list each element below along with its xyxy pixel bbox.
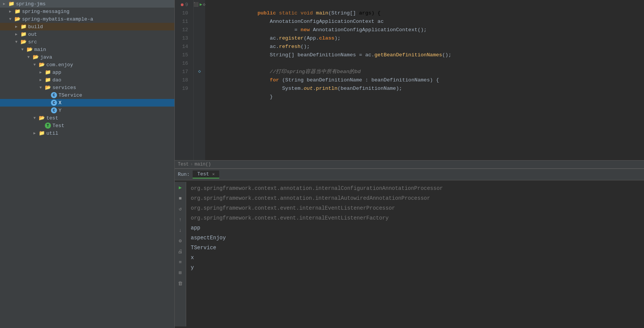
tree-item-test-class[interactable]: T Test <box>0 122 174 129</box>
tree-item-x[interactable]: C X <box>0 99 174 107</box>
run-label: Run: <box>178 172 190 177</box>
folder-icon: 📁 <box>21 24 27 30</box>
tree-label: X <box>59 100 62 106</box>
gutter: ⬛ ▶ ◇ ◇ <box>194 0 205 160</box>
tree-item-com-enjoy[interactable]: 📂 com.enjoy <box>0 61 174 68</box>
tree-item-java[interactable]: 📂 java <box>0 53 174 61</box>
run-panel: Run: Test ✕ ▶ ■ ↺ ↑ ↓ ⚙ 🖨 ≡ ⊞ <box>175 168 644 328</box>
stop-button[interactable]: ■ <box>176 194 185 202</box>
run-icon[interactable]: ▶ <box>199 2 202 7</box>
gutter-17: ◇ <box>194 67 205 75</box>
arrow-icon <box>15 40 20 44</box>
folder-open-icon: 📂 <box>39 115 45 121</box>
tree-item-spring-mybatis[interactable]: 📂 spring-mybatis-example-a <box>0 15 174 23</box>
breadcrumb-method: main() <box>195 162 211 167</box>
tree-item-app[interactable]: 📁 app <box>0 68 174 76</box>
tree-item-build[interactable]: 📁 build <box>0 23 174 30</box>
code-editor: ⏺9 10 11 12 13 14 15 16 17 18 19 <box>175 0 644 168</box>
run-tab-label: Test <box>197 171 209 177</box>
tree-item-spring-jms[interactable]: 📁 spring-jms <box>0 0 174 8</box>
tree-item-dao[interactable]: 📁 dao <box>0 76 174 84</box>
tree-label: Y <box>59 108 62 113</box>
arrow-icon <box>9 17 14 21</box>
code-content[interactable]: public static void main(String[] args) {… <box>205 0 644 160</box>
tree-item-util[interactable]: 📁 util <box>0 129 174 137</box>
arrow-icon <box>40 86 44 90</box>
arrow-icon <box>33 116 38 120</box>
rerun-button[interactable]: ↺ <box>176 205 185 213</box>
gutter-13 <box>194 33 205 42</box>
arrow-icon <box>9 9 14 14</box>
delete-button[interactable]: 🗑 <box>176 279 185 288</box>
folder-icon: 📁 <box>14 8 21 14</box>
output-line-5: app <box>191 223 639 233</box>
tree-label: TService <box>59 92 82 98</box>
arrow-icon <box>40 78 44 82</box>
run-tools: ▶ ■ ↺ ↑ ↓ ⚙ 🖨 ≡ ⊞ 🗑 <box>175 182 186 326</box>
bookmark-icon: ◇ <box>198 68 201 74</box>
gutter-16 <box>194 59 205 67</box>
tree-label: app <box>52 70 61 75</box>
ln-19: 19 <box>175 84 190 93</box>
breadcrumb-file: Test <box>178 162 189 167</box>
folder-open-icon: 📂 <box>14 16 21 22</box>
tree-label: spring-messaging <box>22 9 70 14</box>
tree-item-services[interactable]: 📂 services <box>0 84 174 91</box>
tree-item-spring-messaging[interactable]: 📁 spring-messaging <box>0 8 174 15</box>
tree-label: src <box>28 39 37 45</box>
list-button[interactable]: ≡ <box>176 258 185 266</box>
code-line-16: //打印spring容器当中所有bean的bd <box>205 59 644 68</box>
layout-button[interactable]: ⊞ <box>176 269 185 277</box>
tree-item-test[interactable]: 📂 test <box>0 114 174 122</box>
run-panel-header: Run: Test ✕ <box>175 169 644 180</box>
tree-item-out[interactable]: 📁 out <box>0 30 174 38</box>
gutter-19 <box>194 84 205 92</box>
tree-label: out <box>28 32 37 37</box>
code-view: ⏺9 10 11 12 13 14 15 16 17 18 19 <box>175 0 644 160</box>
run-again-button[interactable]: ▶ <box>176 183 185 192</box>
gutter-9: ⬛ ▶ ◇ <box>194 0 205 8</box>
ln-16: 16 <box>175 59 190 68</box>
settings-button[interactable]: ⚙ <box>176 237 185 245</box>
breadcrumb-sep: › <box>190 162 193 167</box>
scroll-down-button[interactable]: ↓ <box>176 226 185 234</box>
print-button[interactable]: 🖨 <box>176 247 185 256</box>
tree-label: dao <box>52 77 61 83</box>
folder-icon: 📁 <box>21 31 27 37</box>
output-line-1: org.springframework.context.annotation.i… <box>191 183 639 193</box>
run-content: ▶ ■ ↺ ↑ ↓ ⚙ 🖨 ≡ ⊞ 🗑 org.springframework.… <box>175 180 644 328</box>
tree-label: Test <box>52 123 64 129</box>
gutter-11 <box>194 17 205 25</box>
run-tab-test[interactable]: Test ✕ <box>193 170 219 178</box>
folder-open-icon: 📂 <box>27 46 33 53</box>
tree-item-main[interactable]: 📂 main <box>0 46 174 53</box>
tree-label: com.enjoy <box>46 62 73 68</box>
scroll-up-button[interactable]: ↑ <box>176 215 185 224</box>
ln-12: 12 <box>175 26 190 34</box>
project-tree: 📁 spring-jms 📁 spring-messaging 📂 spring… <box>0 0 175 328</box>
tree-label: main <box>34 47 46 53</box>
tree-item-src[interactable]: 📂 src <box>0 38 174 46</box>
class-icon: C <box>51 107 57 113</box>
gutter-15 <box>194 50 205 59</box>
line-numbers: ⏺9 10 11 12 13 14 15 16 17 18 19 <box>175 0 194 160</box>
tree-item-tservice[interactable]: C TService <box>0 91 174 99</box>
breadcrumb: Test › main() <box>175 160 644 168</box>
folder-icon: 📁 <box>45 69 51 75</box>
tree-label: spring-mybatis-example-a <box>22 16 93 22</box>
gutter-10 <box>194 8 205 17</box>
gutter-18 <box>194 75 205 84</box>
tree-item-y[interactable]: C Y <box>0 107 174 114</box>
arrow-icon <box>15 32 20 37</box>
folder-icon: 📁 <box>39 130 45 136</box>
tree-label: services <box>52 85 76 91</box>
close-tab-icon[interactable]: ✕ <box>212 172 215 177</box>
folder-open-icon: 📂 <box>33 54 39 60</box>
ln-10: 10 <box>175 9 190 18</box>
stop-icon: ⬛ <box>193 2 199 7</box>
output-line-6: aspectEnjoy <box>191 233 639 243</box>
arrow-icon <box>3 2 8 6</box>
tree-label: util <box>46 131 58 136</box>
output-line-7: TService <box>191 243 639 253</box>
folder-icon: 📁 <box>45 77 51 83</box>
